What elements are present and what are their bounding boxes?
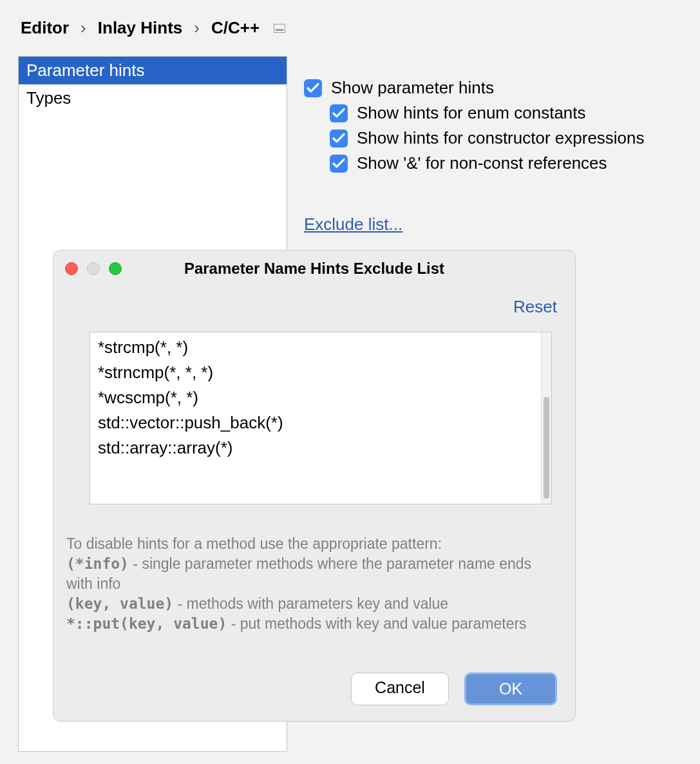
option-label: Show '&' for non-const references — [357, 153, 607, 173]
dialog-titlebar: Parameter Name Hints Exclude List — [53, 251, 575, 287]
help-example-text: - put methods with key and value paramet… — [227, 615, 526, 632]
checkbox-icon[interactable] — [330, 104, 348, 122]
chevron-right-icon: › — [194, 18, 200, 38]
expand-settings-icon[interactable] — [274, 24, 285, 33]
help-example-text: - single parameter methods where the par… — [66, 555, 531, 592]
scrollbar-track[interactable] — [541, 332, 551, 504]
exclude-patterns-field-wrap — [90, 332, 552, 504]
exclude-list-dialog: Parameter Name Hints Exclude List Reset … — [53, 250, 576, 721]
sidebar-item-types[interactable]: Types — [19, 84, 287, 112]
dialog-button-row: Cancel OK — [351, 673, 557, 705]
ok-button[interactable]: OK — [464, 673, 557, 705]
help-example-code: *::put(key, value) — [66, 615, 227, 632]
option-label: Show hints for constructor expressions — [357, 128, 645, 148]
breadcrumb-editor[interactable]: Editor — [21, 18, 69, 38]
option-show-parameter-hints[interactable]: Show parameter hints — [304, 78, 700, 98]
sidebar-item-parameter-hints[interactable]: Parameter hints — [19, 57, 287, 84]
help-example-text: - methods with parameters key and value — [173, 595, 448, 612]
breadcrumb: Editor › Inlay Hints › C/C++ — [0, 0, 700, 38]
breadcrumb-language[interactable]: C/C++ — [211, 18, 260, 38]
option-nonconst-references[interactable]: Show '&' for non-const references — [330, 153, 700, 173]
option-label: Show hints for enum constants — [357, 103, 586, 123]
checkbox-icon[interactable] — [330, 129, 348, 148]
checkbox-icon[interactable] — [304, 79, 322, 97]
option-constructor-expressions[interactable]: Show hints for constructor expressions — [330, 128, 700, 148]
chevron-right-icon: › — [80, 18, 86, 38]
help-example-code: (key, value) — [66, 595, 173, 612]
checkbox-icon[interactable] — [330, 155, 348, 173]
option-label: Show parameter hints — [331, 78, 494, 98]
help-example-code: (*info) — [66, 555, 129, 572]
scrollbar-thumb[interactable] — [544, 397, 549, 499]
help-intro: To disable hints for a method use the ap… — [66, 534, 556, 554]
option-enum-constants[interactable]: Show hints for enum constants — [330, 103, 700, 123]
exclude-patterns-textarea[interactable] — [90, 332, 541, 504]
reset-link[interactable]: Reset — [513, 297, 557, 317]
cancel-button[interactable]: Cancel — [351, 673, 449, 705]
pattern-help-text: To disable hints for a method use the ap… — [66, 534, 556, 634]
dialog-title: Parameter Name Hints Exclude List — [53, 260, 575, 278]
breadcrumb-inlay-hints[interactable]: Inlay Hints — [98, 18, 182, 38]
exclude-list-link[interactable]: Exclude list... — [304, 215, 402, 234]
